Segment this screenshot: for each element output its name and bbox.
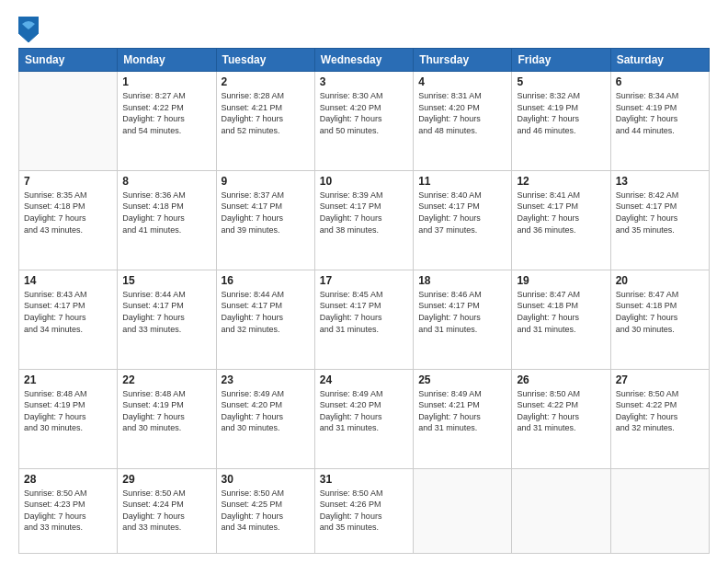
calendar-cell: 2Sunrise: 8:28 AMSunset: 4:21 PMDaylight… xyxy=(216,72,314,171)
calendar-cell: 26Sunrise: 8:50 AMSunset: 4:22 PMDayligh… xyxy=(512,369,610,468)
day-number: 31 xyxy=(320,473,408,486)
week-row-2: 14Sunrise: 8:43 AMSunset: 4:17 PMDayligh… xyxy=(19,270,710,369)
calendar-cell xyxy=(414,468,512,553)
day-number: 12 xyxy=(517,175,605,188)
day-number: 27 xyxy=(616,373,704,386)
calendar-cell: 21Sunrise: 8:48 AMSunset: 4:19 PMDayligh… xyxy=(19,369,118,468)
day-info: Sunrise: 8:37 AMSunset: 4:17 PMDaylight:… xyxy=(222,190,310,236)
weekday-header-monday: Monday xyxy=(118,49,216,72)
calendar-cell: 15Sunrise: 8:44 AMSunset: 4:17 PMDayligh… xyxy=(118,270,216,369)
day-number: 23 xyxy=(222,373,310,386)
day-number: 5 xyxy=(517,75,605,88)
day-number: 18 xyxy=(418,274,506,287)
day-info: Sunrise: 8:50 AMSunset: 4:23 PMDaylight:… xyxy=(24,488,112,534)
calendar-cell: 4Sunrise: 8:31 AMSunset: 4:20 PMDaylight… xyxy=(414,72,512,171)
day-number: 15 xyxy=(122,274,210,287)
week-row-0: 1Sunrise: 8:27 AMSunset: 4:22 PMDaylight… xyxy=(19,72,710,171)
calendar-cell: 9Sunrise: 8:37 AMSunset: 4:17 PMDaylight… xyxy=(216,170,314,270)
day-info: Sunrise: 8:40 AMSunset: 4:17 PMDaylight:… xyxy=(418,190,506,236)
calendar-cell: 8Sunrise: 8:36 AMSunset: 4:18 PMDaylight… xyxy=(118,170,216,270)
calendar-cell: 18Sunrise: 8:46 AMSunset: 4:17 PMDayligh… xyxy=(414,270,512,369)
day-info: Sunrise: 8:47 AMSunset: 4:18 PMDaylight:… xyxy=(616,289,704,335)
calendar-cell: 11Sunrise: 8:40 AMSunset: 4:17 PMDayligh… xyxy=(414,170,512,270)
day-info: Sunrise: 8:44 AMSunset: 4:17 PMDaylight:… xyxy=(222,289,310,335)
day-number: 1 xyxy=(122,75,210,88)
calendar-cell: 29Sunrise: 8:50 AMSunset: 4:24 PMDayligh… xyxy=(118,468,216,553)
weekday-header-thursday: Thursday xyxy=(414,49,512,72)
day-number: 13 xyxy=(616,175,704,188)
day-info: Sunrise: 8:48 AMSunset: 4:19 PMDaylight:… xyxy=(24,388,112,434)
calendar-cell: 7Sunrise: 8:35 AMSunset: 4:18 PMDaylight… xyxy=(19,170,118,270)
calendar-cell: 28Sunrise: 8:50 AMSunset: 4:23 PMDayligh… xyxy=(19,468,118,553)
weekday-header-wednesday: Wednesday xyxy=(314,49,413,72)
day-number: 4 xyxy=(418,75,506,88)
day-number: 16 xyxy=(222,274,310,287)
day-number: 7 xyxy=(24,175,112,188)
page: SundayMondayTuesdayWednesdayThursdayFrid… xyxy=(0,0,728,563)
day-number: 2 xyxy=(222,75,310,88)
day-number: 3 xyxy=(320,75,408,88)
day-info: Sunrise: 8:49 AMSunset: 4:20 PMDaylight:… xyxy=(222,388,310,434)
day-number: 10 xyxy=(320,175,408,188)
day-number: 14 xyxy=(24,274,112,287)
week-row-3: 21Sunrise: 8:48 AMSunset: 4:19 PMDayligh… xyxy=(19,369,710,468)
calendar-cell: 13Sunrise: 8:42 AMSunset: 4:17 PMDayligh… xyxy=(610,170,709,270)
day-info: Sunrise: 8:50 AMSunset: 4:22 PMDaylight:… xyxy=(517,388,605,434)
day-number: 11 xyxy=(418,175,506,188)
day-info: Sunrise: 8:30 AMSunset: 4:20 PMDaylight:… xyxy=(320,90,408,136)
weekday-header-row: SundayMondayTuesdayWednesdayThursdayFrid… xyxy=(19,49,710,72)
week-row-1: 7Sunrise: 8:35 AMSunset: 4:18 PMDaylight… xyxy=(19,170,710,270)
day-number: 8 xyxy=(122,175,210,188)
weekday-header-tuesday: Tuesday xyxy=(216,49,314,72)
day-info: Sunrise: 8:49 AMSunset: 4:21 PMDaylight:… xyxy=(418,388,506,434)
day-info: Sunrise: 8:48 AMSunset: 4:19 PMDaylight:… xyxy=(122,388,210,434)
day-info: Sunrise: 8:47 AMSunset: 4:18 PMDaylight:… xyxy=(517,289,605,335)
logo-icon xyxy=(18,17,39,42)
day-info: Sunrise: 8:45 AMSunset: 4:17 PMDaylight:… xyxy=(320,289,408,335)
day-info: Sunrise: 8:43 AMSunset: 4:17 PMDaylight:… xyxy=(24,289,112,335)
day-info: Sunrise: 8:35 AMSunset: 4:18 PMDaylight:… xyxy=(24,190,112,236)
day-info: Sunrise: 8:49 AMSunset: 4:20 PMDaylight:… xyxy=(320,388,408,434)
day-number: 6 xyxy=(616,75,704,88)
calendar-cell: 25Sunrise: 8:49 AMSunset: 4:21 PMDayligh… xyxy=(414,369,512,468)
day-info: Sunrise: 8:50 AMSunset: 4:22 PMDaylight:… xyxy=(616,388,704,434)
day-number: 28 xyxy=(24,473,112,486)
day-info: Sunrise: 8:50 AMSunset: 4:24 PMDaylight:… xyxy=(122,488,210,534)
weekday-header-saturday: Saturday xyxy=(610,49,709,72)
calendar-cell: 14Sunrise: 8:43 AMSunset: 4:17 PMDayligh… xyxy=(19,270,118,369)
logo xyxy=(18,17,41,42)
calendar-cell: 1Sunrise: 8:27 AMSunset: 4:22 PMDaylight… xyxy=(118,72,216,171)
calendar-cell: 17Sunrise: 8:45 AMSunset: 4:17 PMDayligh… xyxy=(314,270,413,369)
day-info: Sunrise: 8:50 AMSunset: 4:25 PMDaylight:… xyxy=(222,488,310,534)
day-number: 25 xyxy=(418,373,506,386)
calendar-cell: 30Sunrise: 8:50 AMSunset: 4:25 PMDayligh… xyxy=(216,468,314,553)
calendar-cell: 16Sunrise: 8:44 AMSunset: 4:17 PMDayligh… xyxy=(216,270,314,369)
calendar-cell: 12Sunrise: 8:41 AMSunset: 4:17 PMDayligh… xyxy=(512,170,610,270)
day-info: Sunrise: 8:28 AMSunset: 4:21 PMDaylight:… xyxy=(222,90,310,136)
day-number: 22 xyxy=(122,373,210,386)
day-info: Sunrise: 8:41 AMSunset: 4:17 PMDaylight:… xyxy=(517,190,605,236)
day-number: 24 xyxy=(320,373,408,386)
calendar-cell: 5Sunrise: 8:32 AMSunset: 4:19 PMDaylight… xyxy=(512,72,610,171)
calendar-cell: 3Sunrise: 8:30 AMSunset: 4:20 PMDaylight… xyxy=(314,72,413,171)
day-number: 29 xyxy=(122,473,210,486)
calendar-cell: 27Sunrise: 8:50 AMSunset: 4:22 PMDayligh… xyxy=(610,369,709,468)
day-info: Sunrise: 8:31 AMSunset: 4:20 PMDaylight:… xyxy=(418,90,506,136)
day-number: 26 xyxy=(517,373,605,386)
day-info: Sunrise: 8:34 AMSunset: 4:19 PMDaylight:… xyxy=(616,90,704,136)
weekday-header-friday: Friday xyxy=(512,49,610,72)
calendar-cell: 22Sunrise: 8:48 AMSunset: 4:19 PMDayligh… xyxy=(118,369,216,468)
day-number: 21 xyxy=(24,373,112,386)
calendar-cell: 20Sunrise: 8:47 AMSunset: 4:18 PMDayligh… xyxy=(610,270,709,369)
day-info: Sunrise: 8:42 AMSunset: 4:17 PMDaylight:… xyxy=(616,190,704,236)
day-info: Sunrise: 8:50 AMSunset: 4:26 PMDaylight:… xyxy=(320,488,408,534)
calendar-cell xyxy=(610,468,709,553)
day-number: 17 xyxy=(320,274,408,287)
day-info: Sunrise: 8:27 AMSunset: 4:22 PMDaylight:… xyxy=(122,90,210,136)
day-number: 9 xyxy=(222,175,310,188)
header xyxy=(18,17,710,42)
day-number: 19 xyxy=(517,274,605,287)
day-info: Sunrise: 8:46 AMSunset: 4:17 PMDaylight:… xyxy=(418,289,506,335)
calendar-cell: 23Sunrise: 8:49 AMSunset: 4:20 PMDayligh… xyxy=(216,369,314,468)
day-number: 20 xyxy=(616,274,704,287)
